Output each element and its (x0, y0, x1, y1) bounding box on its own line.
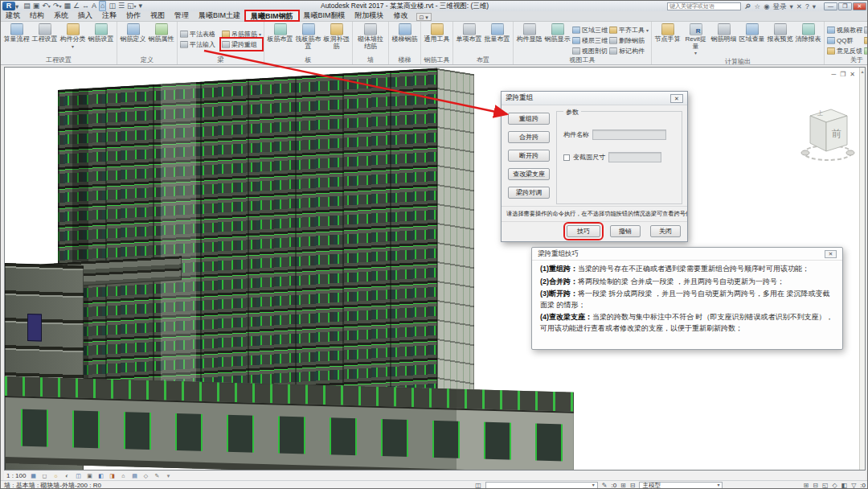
view-scale[interactable]: 1 : 100 (6, 472, 26, 479)
tab-modify[interactable]: 修改 (389, 10, 413, 21)
check-support-button[interactable]: 查改梁支座 (508, 168, 550, 180)
license-button[interactable]: 授权 (864, 46, 868, 55)
crop-view-icon[interactable]: ◫ (74, 472, 82, 479)
tag-component-button[interactable]: 标记构件 (609, 46, 649, 55)
view-minimize-icon[interactable]: ─ (831, 71, 836, 78)
minimize-button[interactable]: — (824, 2, 837, 10)
node-calc-button[interactable]: 节点手算 (654, 23, 681, 43)
tab-chenxi-bim-fanmo[interactable]: 晨曦BIM翻模 (299, 10, 350, 21)
temporary-hide-icon[interactable]: ◧ (96, 472, 104, 479)
selection-filter-icon[interactable]: ▽ (851, 482, 856, 489)
select-pinned-icon[interactable]: ◇ (832, 482, 837, 489)
help-icon[interactable]: ? (805, 2, 809, 10)
tab-annotate[interactable]: 注释 (97, 10, 121, 21)
detail-level-icon[interactable]: ▦ (29, 472, 37, 479)
open-icon[interactable]: ▤ (23, 2, 31, 10)
tab-view[interactable]: 视图 (145, 10, 170, 21)
batch-layout-button[interactable]: 批量布置 (484, 23, 510, 43)
slab-rebar-layout-button[interactable]: 板筋布置 (267, 23, 293, 43)
app-menu-button[interactable]: R (2, 2, 15, 10)
exclude-options-icon[interactable]: ⊞ (803, 482, 809, 489)
rebar-display-button[interactable]: 钢筋显示 (544, 23, 571, 43)
tips-close-icon[interactable]: ✕ (825, 250, 837, 258)
tab-manage[interactable]: 管理 (170, 10, 194, 21)
worksharing-display-icon[interactable]: ✎ (153, 472, 161, 479)
analytical-model-icon[interactable]: ▤ (130, 472, 138, 479)
rebar-schedule-button[interactable]: 钢筋明细 (710, 23, 737, 43)
press-drag-icon[interactable]: ⊟ (813, 482, 818, 489)
help-search-input[interactable] (667, 2, 741, 10)
masonry-tie-bar-button[interactable]: 砌体墙拉结筋 (355, 23, 386, 50)
design-options-edit-icon[interactable]: ⊟ (630, 482, 636, 489)
region-quantity-button[interactable]: 区域查量 (739, 23, 765, 43)
tab-architecture[interactable]: 建筑 (1, 10, 25, 21)
feedback-button[interactable]: 意见反馈 (827, 46, 862, 55)
text-icon[interactable]: A (92, 2, 96, 10)
opening-reinforce-button[interactable]: 板洞补强筋 (323, 23, 350, 50)
break-span-button[interactable]: 断开跨 (508, 150, 550, 162)
signin-arrow-icon[interactable]: ▾ (790, 2, 793, 10)
align-tools-button[interactable]: 平齐工具▾ (609, 25, 649, 35)
select-underlay-icon[interactable]: ◱ (822, 482, 829, 489)
calc-flow-button[interactable]: 算量流程 (3, 23, 30, 43)
modify-options-icon[interactable]: ⊡ ▾ (416, 13, 432, 21)
project-settings-button[interactable]: 工程设置 (31, 23, 58, 43)
tab-insert[interactable]: 插入 (73, 10, 97, 21)
select-by-face-icon[interactable]: ◧ (841, 482, 848, 489)
visual-style-icon[interactable]: ◻ (40, 472, 48, 479)
swap-span-button[interactable]: 梁跨对调 (508, 187, 550, 199)
viewcube[interactable]: 上 前 (799, 100, 855, 171)
help-button[interactable]: 帮助 (864, 35, 868, 45)
shadows-icon[interactable]: ◐ (63, 472, 71, 479)
editing-requests-icon[interactable]: ✎ (602, 482, 608, 489)
aligned-dimension-icon[interactable]: ↔ (82, 2, 89, 10)
scroll-up-icon[interactable]: ▴ (860, 68, 865, 74)
raft-rebar-layout-button[interactable]: 筏板筋布置 (295, 23, 321, 50)
tab-chenxi-bim-gangjin[interactable]: 晨曦BIM钢筋 (245, 10, 299, 21)
print-icon[interactable]: ▦ (63, 2, 71, 10)
redo-icon[interactable]: ↷▾ (53, 2, 62, 11)
design-options-icon[interactable]: ⊞ (620, 482, 626, 489)
pingfa-table-button[interactable]: 平法表格 (180, 29, 215, 39)
region-3d-button[interactable]: 区域三维 (572, 25, 608, 35)
section-size-checkbox[interactable] (563, 154, 570, 161)
general-tools-button[interactable]: 通用工具 (424, 23, 450, 43)
signin-label[interactable]: 登录 (773, 2, 787, 10)
component-classify-button[interactable]: 构件分类▾ (59, 23, 86, 50)
component-name-field[interactable] (592, 129, 666, 140)
worksets-icon[interactable]: ◫ (475, 482, 481, 489)
regroup-span-button[interactable]: 重组跨 (508, 113, 550, 125)
restore-button[interactable]: ❐ (838, 2, 852, 10)
clear-report-button[interactable]: 清除报表 (795, 23, 821, 43)
undo-icon[interactable]: ↶▾ (42, 2, 51, 11)
help-arrow-icon[interactable]: ▾ (813, 2, 816, 10)
crop-region-icon[interactable]: ▣ (85, 472, 93, 479)
temporary-view-icon[interactable]: ⌂ (119, 472, 127, 479)
reveal-hidden-icon[interactable]: ◨ (108, 472, 116, 479)
hanger-stirrup-button[interactable]: 吊筋箍筋▾ (222, 29, 261, 39)
exchange-apps-icon[interactable]: ✕ (796, 2, 802, 10)
rebar-settings-button[interactable]: 钢筋设置 (88, 23, 114, 43)
report-preview-button[interactable]: 报表预览 (767, 23, 793, 43)
constraints-icon[interactable]: ◇ (141, 472, 149, 479)
save-icon[interactable]: ▣ (33, 2, 40, 10)
pingfa-input-button[interactable]: 平法输入 (180, 39, 215, 49)
section-size-field[interactable] (608, 152, 661, 162)
close-dialog-button[interactable]: 关闭 (650, 225, 681, 237)
exchange-icon[interactable]: ☆ (755, 2, 761, 10)
thin-lines-icon[interactable]: ☰ (118, 2, 125, 10)
tab-chenxi-bim-tujian[interactable]: 晨曦BIM土建 (194, 10, 245, 21)
view-close-icon[interactable]: ✕ (850, 71, 855, 78)
video-tutorial-button[interactable]: 视频教程 (827, 25, 862, 35)
view-restore-icon[interactable]: ❐ (840, 71, 845, 78)
rebar-define-button[interactable]: 钢筋定义 (120, 23, 146, 43)
design-option-dropdown[interactable]: 主模型▾ (639, 482, 723, 489)
revit-takeoff-button[interactable]: Revit提量▾ (682, 23, 709, 57)
beam-span-regroup-button[interactable]: 梁跨重组 (222, 39, 261, 49)
dialog-titlebar[interactable]: 梁跨重组 ✕ (502, 92, 687, 105)
active-workset-dropdown[interactable]: ▾ (485, 482, 598, 489)
tips-button[interactable]: 技巧 (567, 225, 600, 237)
rebar-properties-button[interactable]: 钢筋属性 (148, 23, 174, 43)
section-icon[interactable]: ◫ (108, 2, 116, 10)
user-icon[interactable]: ◉ (764, 2, 769, 10)
